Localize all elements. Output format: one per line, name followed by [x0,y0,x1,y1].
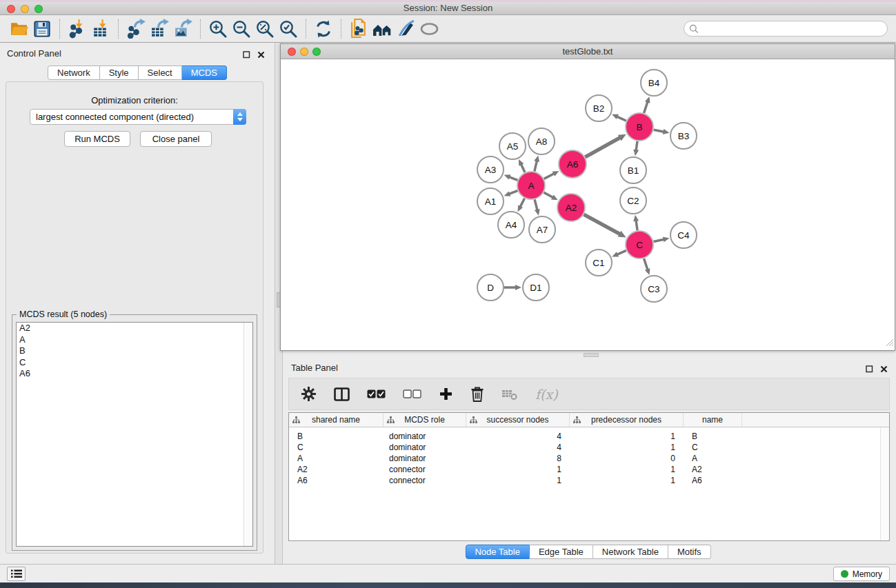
home-button[interactable] [370,17,394,41]
cell-name[interactable]: A2 [684,464,742,475]
edge-A-A3[interactable] [509,177,517,181]
column-header-name[interactable]: name [684,413,742,427]
cell-shared-name[interactable]: B [289,431,384,442]
table-row[interactable]: Adominator80A [289,453,889,464]
minimize-window-button[interactable] [21,5,29,13]
edge-A-A6[interactable] [544,174,555,179]
table-row[interactable]: A2connector11A2 [289,464,889,475]
edge-B-B3[interactable] [654,130,664,132]
delete-column-button[interactable] [470,386,484,402]
edge-A2-C[interactable] [584,214,619,234]
tab-edge-table[interactable]: Edge Table [530,545,593,559]
cell-predecessor-nodes[interactable]: 1 [570,475,684,486]
edge-B-B4[interactable] [644,102,648,113]
show-column-button[interactable] [334,387,350,401]
export-network-button[interactable] [124,17,148,41]
tab-motifs[interactable]: Motifs [668,545,711,559]
table-row[interactable]: Bdominator41B [289,431,889,442]
edge-B-B1[interactable] [636,141,637,151]
close-view-button[interactable] [288,48,296,56]
column-header-successor-nodes[interactable]: successor nodes [466,413,570,427]
export-image-button[interactable] [171,17,195,41]
edge-C-C3[interactable] [644,258,648,270]
edge-A6-B[interactable] [585,138,620,157]
edge-A-A7[interactable] [535,199,537,210]
graphics-details-button[interactable] [394,17,417,41]
criterion-dropdown[interactable]: largest connected component (directed) [30,109,246,125]
node-A6[interactable] [559,150,586,178]
select-all-button[interactable] [367,389,386,398]
zoom-fit-button[interactable] [253,17,277,41]
table-row[interactable]: Cdominator41C [289,442,889,453]
splitter-handle[interactable] [584,353,599,357]
edge-A-A5[interactable] [521,164,525,172]
table-settings-button[interactable] [301,386,317,402]
edge-A-A2[interactable] [544,192,552,197]
edge-C-C2[interactable] [636,221,637,230]
cell-predecessor-nodes[interactable]: 1 [570,431,684,442]
network-canvas[interactable]: B4B2BB3A5A8A6A3B1AC2A1A2A4A7C4CC1C3DD1 [281,60,895,350]
search-input[interactable] [699,23,887,34]
float-panel-button[interactable] [243,49,250,61]
column-header-shared-name[interactable]: shared name [289,413,384,427]
float-panel-button[interactable] [866,363,873,376]
cell-name[interactable]: A6 [684,475,742,486]
tab-select[interactable]: Select [139,65,182,80]
edge-A-A1[interactable] [509,191,517,194]
node-A[interactable] [517,172,545,199]
cell-predecessor-nodes[interactable]: 1 [570,442,684,453]
list-item[interactable]: A6 [17,368,252,380]
cell-mcds-role[interactable]: dominator [384,442,466,453]
node-A8[interactable] [528,128,555,154]
cell-mcds-role[interactable]: dominator [384,431,466,442]
column-header-predecessor-nodes[interactable]: predecessor nodes [570,413,684,427]
node-D1[interactable] [523,274,549,301]
export-table-button[interactable] [148,17,171,41]
tab-mcds[interactable]: MCDS [182,65,227,80]
tab-node-table[interactable]: Node Table [465,545,530,559]
cell-successor-nodes[interactable]: 1 [466,464,570,475]
edge-C-C1[interactable] [617,250,626,254]
import-network-button[interactable] [66,17,89,41]
minimize-view-button[interactable] [300,48,308,56]
delete-table-button[interactable] [501,387,518,401]
table-row[interactable]: A6connector11A6 [289,475,889,486]
node-C1[interactable] [586,250,612,276]
cell-shared-name[interactable]: A6 [289,475,384,486]
node-A4[interactable] [498,212,524,238]
node-C2[interactable] [620,187,646,214]
zoom-out-button[interactable] [230,17,253,41]
create-column-button[interactable] [439,387,453,401]
edge-B-B2[interactable] [617,116,626,121]
cell-mcds-role[interactable]: connector [384,475,466,486]
deselect-all-button[interactable] [403,389,421,398]
list-item[interactable]: A2 [17,323,252,334]
edge-A-A8[interactable] [535,161,537,171]
scrollbar[interactable] [243,323,252,546]
close-panel-button[interactable] [257,49,265,61]
cell-shared-name[interactable]: C [289,442,384,453]
zoom-selected-button[interactable] [277,17,300,41]
node-B1[interactable] [620,157,646,183]
node-A3[interactable] [477,156,504,183]
node-A1[interactable] [477,188,504,214]
close-panel-button[interactable]: Close panel [140,131,212,147]
mcds-result-list[interactable]: A2ABCA6 [16,322,253,547]
node-C3[interactable] [641,276,667,302]
cell-shared-name[interactable]: A2 [289,464,384,475]
list-item[interactable]: B [17,345,252,357]
cell-shared-name[interactable]: A [289,453,384,464]
table-scrollbar[interactable] [880,427,889,540]
zoom-window-button[interactable] [34,5,43,13]
node-B[interactable] [626,113,653,141]
node-C4[interactable] [670,222,697,248]
tab-network[interactable]: Network [48,65,100,80]
cell-name[interactable]: C [684,442,742,453]
horizontal-splitter[interactable] [280,352,896,358]
cell-successor-nodes[interactable]: 4 [466,442,570,453]
node-B3[interactable] [670,123,697,149]
cell-name[interactable]: B [684,431,742,442]
cell-successor-nodes[interactable]: 4 [466,431,570,442]
task-history-button[interactable] [7,567,26,581]
node-D[interactable] [477,274,504,301]
